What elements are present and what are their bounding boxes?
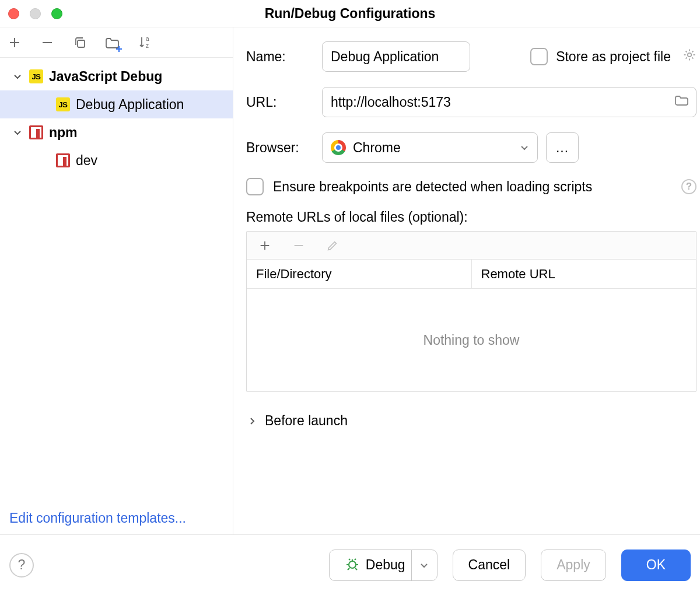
- svg-point-3: [688, 53, 691, 57]
- table-empty-text: Nothing to show: [424, 332, 520, 348]
- tree-item-label: Debug Application: [76, 97, 184, 113]
- js-icon: JS: [56, 97, 70, 111]
- name-label: Name:: [246, 49, 322, 65]
- browser-value: Chrome: [353, 140, 401, 156]
- store-project-label: Store as project file: [556, 49, 671, 65]
- table-header-url: Remote URL: [472, 260, 696, 288]
- tree-group-label: npm: [49, 125, 78, 141]
- chevron-down-icon: [520, 140, 529, 156]
- tree-group-label: JavaScript Debug: [49, 69, 162, 85]
- debug-label: Debug: [366, 557, 405, 573]
- ensure-breakpoints-checkbox[interactable]: [246, 178, 264, 195]
- svg-text:z: z: [146, 43, 149, 49]
- tree-group-javascript-debug[interactable]: JS JavaScript Debug: [0, 62, 233, 90]
- window-zoom[interactable]: [51, 8, 62, 19]
- ok-label: OK: [646, 557, 666, 573]
- url-label: URL:: [246, 94, 322, 110]
- bug-icon: [345, 556, 360, 575]
- url-input[interactable]: [322, 87, 696, 117]
- ok-button[interactable]: OK: [621, 550, 691, 581]
- save-template-icon[interactable]: [104, 34, 121, 51]
- browser-more-button[interactable]: ...: [546, 132, 579, 163]
- tree-item-debug-application[interactable]: JS Debug Application: [0, 90, 233, 118]
- table-edit-icon: [324, 237, 341, 254]
- name-input[interactable]: [322, 41, 470, 72]
- table-remove-icon: [290, 237, 307, 254]
- chevron-down-icon: [12, 127, 23, 138]
- debug-button[interactable]: Debug: [329, 550, 438, 581]
- chrome-icon: [331, 140, 346, 155]
- help-icon[interactable]: ?: [681, 179, 696, 194]
- window-close[interactable]: [8, 8, 19, 19]
- apply-button: Apply: [541, 550, 606, 581]
- help-button[interactable]: ?: [9, 553, 34, 578]
- npm-icon: [56, 153, 70, 167]
- tree-item-dev[interactable]: dev: [0, 146, 233, 174]
- copy-config-icon[interactable]: [71, 34, 89, 51]
- npm-icon: [29, 125, 43, 139]
- add-config-icon[interactable]: [6, 34, 23, 51]
- before-launch-section[interactable]: Before launch: [246, 413, 696, 429]
- cancel-label: Cancel: [468, 557, 510, 573]
- tree-group-npm[interactable]: npm: [0, 118, 233, 146]
- table-add-icon[interactable]: [256, 237, 274, 254]
- remove-config-icon[interactable]: [38, 34, 56, 51]
- chevron-down-icon: [12, 71, 23, 82]
- browser-select[interactable]: Chrome: [322, 132, 538, 163]
- chevron-right-icon: [246, 415, 258, 427]
- ensure-breakpoints-label: Ensure breakpoints are detected when loa…: [273, 179, 592, 195]
- before-launch-label: Before launch: [265, 413, 348, 429]
- window-title: Run/Debug Configurations: [265, 6, 436, 22]
- browser-label: Browser:: [246, 140, 322, 156]
- cancel-button[interactable]: Cancel: [453, 550, 526, 581]
- gear-icon[interactable]: [682, 48, 696, 65]
- svg-text:a: a: [146, 36, 149, 42]
- remote-urls-label: Remote URLs of local files (optional):: [246, 209, 696, 225]
- tree-item-label: dev: [76, 153, 97, 169]
- window-minimize[interactable]: [30, 8, 41, 19]
- svg-point-4: [349, 561, 356, 568]
- svg-rect-0: [78, 40, 85, 47]
- edit-templates-link[interactable]: Edit configuration templates...: [9, 510, 186, 526]
- folder-icon[interactable]: [674, 94, 688, 110]
- sort-alpha-icon[interactable]: az: [136, 34, 154, 51]
- debug-split-button[interactable]: [411, 550, 437, 580]
- js-icon: JS: [29, 69, 43, 83]
- table-header-file: File/Directory: [247, 260, 472, 288]
- store-project-checkbox[interactable]: [530, 48, 548, 65]
- apply-label: Apply: [556, 557, 590, 573]
